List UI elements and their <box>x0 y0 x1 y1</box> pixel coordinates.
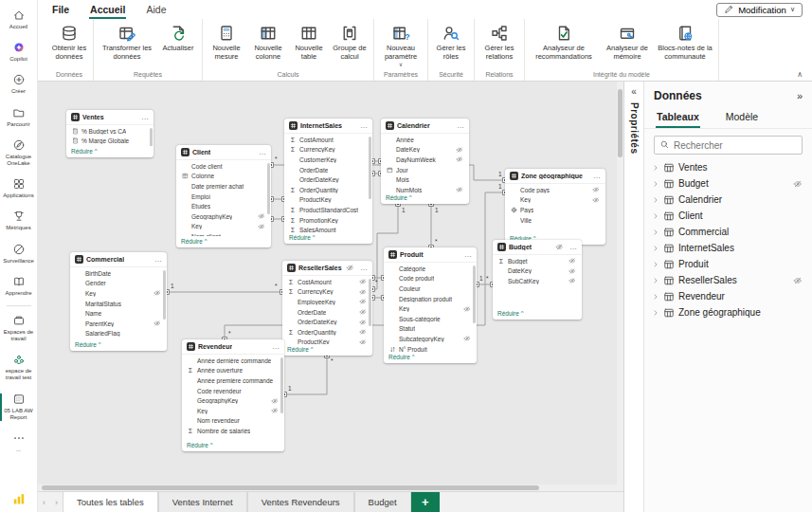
relationship-line[interactable]: 1* <box>429 202 439 250</box>
scrollbar-thumb[interactable] <box>618 89 623 157</box>
table-field-row[interactable]: Key <box>505 195 605 206</box>
rail-item-surveillance[interactable]: Surveillance <box>0 238 37 270</box>
table-field-row[interactable]: Key <box>182 406 284 416</box>
rail-item-accueil[interactable]: Accueil <box>0 4 37 36</box>
table-card-header[interactable]: Revendeur… <box>182 339 284 354</box>
collapse-card-button[interactable]: Réduire^ <box>70 339 167 351</box>
table-field-row[interactable]: EmployeeKey <box>282 297 372 307</box>
relationship-line[interactable]: 1* <box>282 354 334 397</box>
rail-item-catalogue-onelake[interactable]: Catalogue OneLake <box>0 134 37 173</box>
ribbon-button-transformer-les-donn-es[interactable]: Transformer les données <box>98 21 156 61</box>
table-field-row[interactable]: OrderDate <box>282 307 372 318</box>
table-card-header[interactable]: Client… <box>176 145 271 159</box>
page-tab-toutes-les-tables[interactable]: Toutes les tables <box>63 492 158 512</box>
table-card-header[interactable]: Calendrier… <box>381 119 469 133</box>
table-field-row[interactable]: DateKey <box>381 145 469 155</box>
table-field-row[interactable]: N° Produit <box>384 344 477 352</box>
model-table-card-zone-g-ographique[interactable]: Zone géographique…Code paysKeyPaysVilleR… <box>505 169 605 245</box>
table-field-row[interactable]: Couleur <box>384 283 477 294</box>
scrollbar-thumb[interactable] <box>42 485 539 490</box>
collapse-card-button[interactable]: Réduire^ <box>493 308 582 320</box>
card-more-icon[interactable]: … <box>360 122 368 130</box>
table-field-row[interactable]: ΣCostAmount <box>284 135 372 145</box>
page-tab-budget[interactable]: Budget <box>354 492 411 512</box>
table-field-row[interactable]: ΣOrderQuantity <box>282 327 372 338</box>
card-more-icon[interactable]: … <box>154 256 162 264</box>
model-table-card-commercial[interactable]: Commercial…BirthDateGenderKeyMaritalStat… <box>70 252 167 351</box>
ribbon-button-nouvelle-mesure[interactable]: Nouvelle mesure <box>207 21 246 61</box>
menu-tab-file[interactable]: File <box>51 1 70 19</box>
search-box[interactable] <box>654 136 803 155</box>
tables-list-item-commercial[interactable]: Commercial <box>644 224 812 240</box>
table-field-row[interactable]: OrderDateKey <box>282 317 372 327</box>
rail-item--[interactable]: ... <box>0 427 37 459</box>
page-tab-ventes-revendeurs[interactable]: Ventes Revendeurs <box>247 492 354 512</box>
table-card-header[interactable]: Produit… <box>384 247 477 262</box>
ribbon-button-obtenir-les-donn-es[interactable]: Obtenir les données <box>49 21 89 61</box>
model-table-card-resellersales[interactable]: ResellerSales…ΣCostAmountΣCurrencyKeyEmp… <box>282 261 372 356</box>
table-field-row[interactable]: Catégorie <box>384 264 477 274</box>
rail-item-espaces-de-travail[interactable]: Espaces de travail <box>0 309 37 348</box>
tables-list-item-client[interactable]: Client <box>644 208 812 224</box>
table-field-row[interactable]: ΣSalesAmount <box>284 225 372 232</box>
table-field-row[interactable]: NumMois <box>381 185 469 192</box>
table-field-row[interactable]: ΣPromotionKey <box>284 215 372 226</box>
card-scrollbar[interactable] <box>150 128 153 146</box>
tables-list-item-produit[interactable]: Produit <box>644 256 812 272</box>
rail-item-copilot[interactable]: Copilot <box>0 36 37 68</box>
canvas-horizontal-scrollbar[interactable] <box>38 485 617 491</box>
card-more-icon[interactable]: … <box>259 149 266 156</box>
ribbon-button-analyseur-de-m-moire[interactable]: Analyseur de mémoire <box>601 21 654 61</box>
card-scrollbar[interactable] <box>163 270 166 320</box>
card-scrollbar[interactable] <box>369 279 371 326</box>
table-field-row[interactable]: % Marge Globale <box>66 137 153 146</box>
table-field-row[interactable]: GeographyKey <box>182 395 284 406</box>
ribbon-collapse-icon[interactable]: ∧ <box>797 70 803 79</box>
ribbon-button-g-rer-les-relations[interactable]: Gérer les relations <box>478 21 520 61</box>
tables-list-item-internetsales[interactable]: InternetSales <box>644 240 812 256</box>
table-field-row[interactable]: ProductKey <box>282 338 372 344</box>
table-field-row[interactable]: ΣNombre de salariés <box>182 426 284 436</box>
card-more-icon[interactable]: … <box>457 122 464 130</box>
collapse-card-button[interactable]: Réduire^ <box>66 146 153 157</box>
table-field-row[interactable]: DateKey <box>493 266 582 277</box>
card-scrollbar[interactable] <box>369 137 371 199</box>
table-field-row[interactable]: SubcategoryKey <box>384 334 477 344</box>
rail-item-parcourir[interactable]: Parcourir <box>0 101 37 134</box>
table-card-header[interactable]: Commercial… <box>70 252 167 266</box>
tables-list-item-ventes[interactable]: Ventes <box>644 159 812 175</box>
table-field-row[interactable]: SubCatKey <box>493 276 582 286</box>
table-field-row[interactable]: ΣBudget <box>493 256 582 266</box>
card-more-icon[interactable]: … <box>360 265 368 272</box>
table-field-row[interactable]: ParentKey <box>70 319 167 329</box>
menu-tab-aide[interactable]: Aide <box>145 1 167 19</box>
table-card-header[interactable]: ResellerSales… <box>282 261 372 275</box>
table-field-row[interactable]: Gender <box>70 279 167 289</box>
model-table-card-client[interactable]: Client…Code clientColonneDate premier ac… <box>176 145 271 247</box>
collapse-card-button[interactable]: Réduire^ <box>182 440 284 451</box>
card-scrollbar[interactable] <box>473 265 476 323</box>
ribbon-button-nouveau-param-tre[interactable]: ?Nouveau paramètre∨ <box>378 21 424 67</box>
page-tab-ventes-internet[interactable]: Ventes Internet <box>158 492 247 512</box>
collapse-card-button[interactable]: Réduire^ <box>284 232 372 244</box>
table-field-row[interactable]: ΣCurrencyKey <box>282 287 372 298</box>
table-field-row[interactable]: Année dernière commande <box>182 356 284 366</box>
relationship-line[interactable]: 1* <box>165 283 285 294</box>
table-field-row[interactable]: SalariedFlag <box>70 329 167 339</box>
table-field-row[interactable]: Colonne <box>176 172 271 182</box>
add-page-button[interactable]: + <box>411 492 440 512</box>
table-field-row[interactable]: ProductKey <box>284 195 372 206</box>
ribbon-button-g-rer-les-r-les[interactable]: Gérer les rôles <box>432 21 470 61</box>
table-field-row[interactable]: Désignation produit <box>384 294 477 304</box>
table-field-row[interactable]: BirthDate <box>70 268 167 279</box>
table-field-row[interactable]: Code revendeur <box>182 386 284 396</box>
page-prev-icon[interactable]: ‹ <box>38 492 50 512</box>
table-field-row[interactable]: Pays <box>505 205 605 215</box>
card-more-icon[interactable]: … <box>141 114 149 121</box>
data-pane-tab-mod-le[interactable]: Modèle <box>725 106 759 128</box>
table-field-row[interactable]: Key <box>176 222 271 232</box>
table-field-row[interactable]: Key <box>384 303 477 314</box>
rail-item-cr-er[interactable]: Créer <box>0 68 37 101</box>
menu-tab-accueil[interactable]: Accueil <box>89 1 126 19</box>
page-next-icon[interactable]: › <box>50 492 63 512</box>
